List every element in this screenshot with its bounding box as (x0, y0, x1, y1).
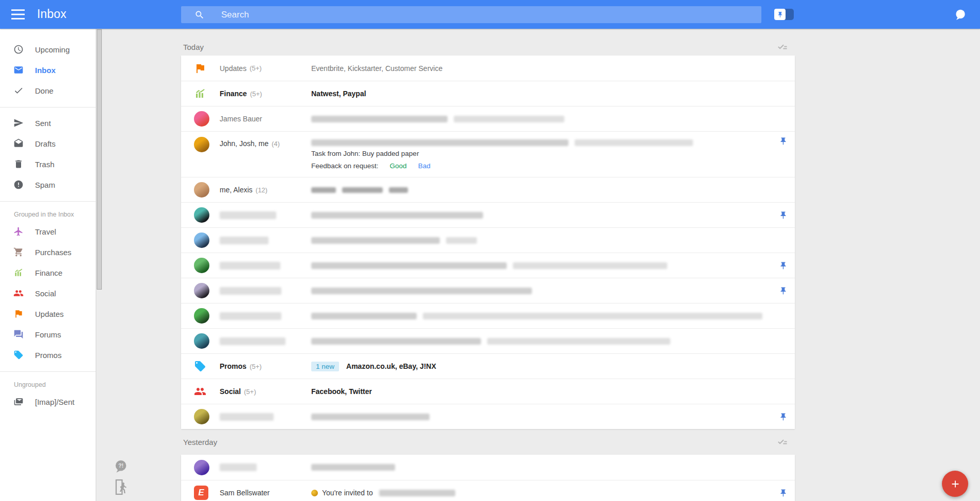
sidebar-item-spam[interactable]: Spam (0, 174, 96, 195)
topbar: Inbox (0, 0, 980, 29)
sweep-done-icon[interactable] (776, 41, 789, 53)
sidebar-item-sent[interactable]: Sent (0, 113, 96, 133)
sidebar-item-finance[interactable]: Finance (0, 262, 96, 283)
search-input[interactable] (221, 10, 761, 20)
email-row[interactable]: E Sam Bellswater You're invited to (181, 480, 795, 501)
avatar-cell (181, 385, 220, 398)
pushpin-icon[interactable] (779, 261, 788, 270)
subject-cell (311, 338, 770, 345)
redacted-text (311, 116, 448, 122)
email-row[interactable] (181, 253, 795, 278)
avatar-cell (181, 62, 220, 75)
drafts-icon (13, 138, 24, 149)
task-line: Task from John: Buy padded paper (311, 149, 770, 158)
email-row[interactable]: Promos(5+) 1 newAmazon.co.uk, eBay, J!NX (181, 353, 795, 379)
app-title: Inbox (37, 7, 66, 21)
sidebar-item-label: Updates (35, 310, 64, 318)
pin-toggle[interactable] (774, 9, 794, 20)
email-row[interactable]: John, Josh, me(4) Task from John: Buy pa… (181, 131, 795, 177)
sender-name: me, Alexis (220, 186, 253, 194)
sidebar-item-label: Upcoming (35, 45, 70, 54)
subject-cell (311, 237, 770, 244)
sidebar-item-travel[interactable]: Travel (0, 221, 96, 242)
sidebar-item-inbox[interactable]: Inbox (0, 60, 96, 80)
list-section-header: Yesterday (181, 429, 795, 455)
pushpin-icon[interactable] (779, 413, 788, 421)
sidebar-item-upcoming[interactable]: Upcoming (0, 39, 96, 60)
sidebar-item-label: Forums (35, 330, 61, 339)
sender-cell (220, 413, 311, 421)
email-row[interactable] (181, 227, 795, 253)
sidebar-item-forums[interactable]: Forums (0, 324, 96, 345)
redacted-text (423, 313, 762, 319)
trash-icon (13, 159, 24, 169)
avatar-cell (181, 182, 220, 198)
search-bar[interactable] (181, 6, 761, 23)
sender-name: Social (220, 387, 241, 396)
email-row[interactable]: Social(5+) Facebook, Twitter (181, 379, 795, 404)
redacted-sender (220, 211, 276, 219)
email-row[interactable]: James Bauer (181, 106, 795, 131)
sidebar-item-social[interactable]: Social (0, 283, 96, 303)
mail2-icon (13, 397, 24, 407)
section-label: Today (181, 43, 204, 56)
sender-cell: Sam Bellswater (220, 489, 311, 497)
sender-name: Finance (220, 90, 247, 98)
pushpin-icon[interactable] (779, 137, 788, 146)
avatar-cell (181, 283, 220, 298)
avatar-cell: E (181, 486, 220, 500)
email-row[interactable] (181, 202, 795, 227)
redacted-text (446, 237, 477, 244)
compose-fab-button[interactable] (942, 471, 968, 497)
email-row[interactable] (181, 278, 795, 303)
chart-icon (194, 87, 206, 100)
sidebar-item-imap-sent[interactable]: [Imap]/Sent (0, 391, 96, 412)
email-row[interactable] (181, 328, 795, 353)
section-label: Yesterday (181, 438, 217, 446)
sidebar-item-updates[interactable]: Updates (0, 303, 96, 324)
email-row[interactable] (181, 455, 795, 480)
sender-avatar (194, 333, 209, 349)
email-row[interactable]: Updates(5+) Eventbrite, Kickstarter, Cus… (181, 56, 795, 81)
email-row[interactable] (181, 404, 795, 429)
sidebar-item-promos[interactable]: Promos (0, 345, 96, 365)
sidebar-group-label: Grouped in the Inbox (0, 207, 96, 221)
email-list-area: Today Updates(5+) Eventbrite, Kickstarte… (103, 29, 980, 501)
feedback-bad-link[interactable]: Bad (418, 161, 431, 171)
sidebar-scrollbar[interactable] (96, 29, 102, 501)
sender-name: John, Josh, me (220, 139, 269, 148)
help-chat-icon[interactable]: ?! (113, 459, 129, 474)
avatar-cell (181, 258, 220, 273)
sidebar-item-label: Trash (35, 160, 55, 169)
sender-name: Updates (220, 64, 246, 73)
redacted-sender (220, 262, 280, 270)
subject-cell (311, 414, 770, 420)
pushpin-icon[interactable] (779, 489, 788, 497)
avatar-cell (181, 460, 220, 475)
pushpin-icon[interactable] (779, 211, 788, 220)
invitation-icon (311, 490, 318, 496)
pushpin-icon[interactable] (779, 287, 788, 295)
sidebar-item-purchases[interactable]: Purchases (0, 242, 96, 262)
email-row[interactable] (181, 303, 795, 328)
email-row[interactable]: me, Alexis(12) (181, 177, 795, 202)
redacted-sender (220, 287, 281, 295)
redacted-text (311, 464, 395, 471)
feedback-good-link[interactable]: Good (390, 161, 407, 171)
email-row[interactable]: Finance(5+) Natwest, Paypal (181, 81, 795, 106)
feedback-line: Feedback on request: Good Bad (311, 161, 770, 171)
subject-text: Amazon.co.uk, eBay, J!NX (346, 362, 436, 370)
sidebar-item-drafts[interactable]: Drafts (0, 133, 96, 154)
scrollbar-thumb[interactable] (97, 29, 102, 290)
menu-icon[interactable] (11, 9, 25, 20)
sweep-done-icon[interactable] (776, 436, 789, 448)
sender-avatar (194, 283, 209, 298)
tips-balloon-icon[interactable] (954, 8, 967, 22)
sidebar-item-trash[interactable]: Trash (0, 154, 96, 174)
subject-text: Eventbrite, Kickstarter, Customer Servic… (311, 64, 442, 73)
sender-avatar (194, 111, 209, 127)
sidebar-item-done[interactable]: Done (0, 80, 96, 101)
send-icon (13, 118, 24, 128)
exit-door-icon[interactable] (114, 479, 128, 495)
redacted-text (575, 139, 693, 146)
